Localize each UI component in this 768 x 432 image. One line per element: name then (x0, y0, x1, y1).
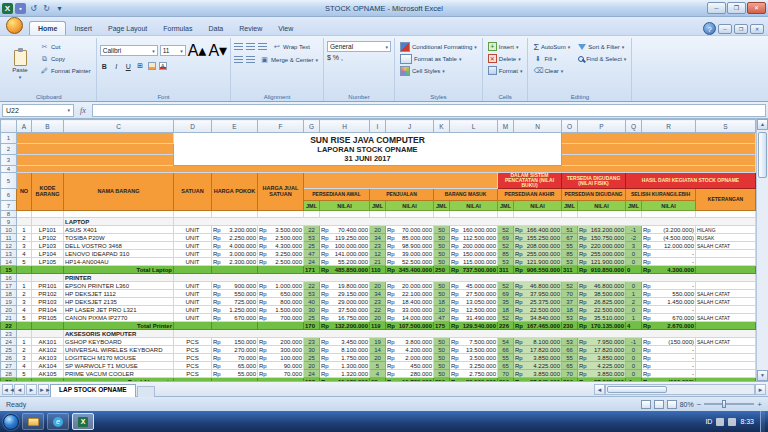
grid-cell[interactable]: 50 (434, 250, 450, 258)
grid-cell[interactable] (32, 330, 64, 338)
grid-cell[interactable] (696, 322, 756, 330)
grid-cell[interactable]: Rp3.000.000 (212, 250, 258, 258)
row-header[interactable]: 3 (1, 155, 17, 166)
grid-cell[interactable]: Rp345.400.000 (386, 266, 434, 274)
grid-cell[interactable]: 1 (626, 290, 642, 298)
grid-cell[interactable] (450, 211, 498, 218)
subheader-nilai[interactable]: NILAI (578, 201, 626, 211)
grid-cell[interactable]: 250 (434, 378, 450, 382)
column-header-D[interactable]: D (174, 120, 212, 133)
grid-cell[interactable]: SALAH CATAT (696, 338, 756, 346)
grid-cell[interactable]: Rp- (642, 362, 696, 370)
grid-cell[interactable]: 19 (370, 338, 386, 346)
header-nama-barang[interactable]: NAMA BARANG (64, 173, 174, 211)
grid-cell[interactable] (578, 211, 626, 218)
grid-cell[interactable]: 2 (17, 234, 32, 242)
grid-cell[interactable]: Rp700.000 (258, 314, 304, 322)
grid-cell[interactable] (212, 378, 258, 382)
grid-cell[interactable]: Rp37.845.000 (514, 378, 562, 382)
taskbar-excel-icon[interactable]: X (72, 413, 94, 430)
cut-button[interactable]: ✂Cut (38, 41, 93, 52)
row-header[interactable]: 7 (1, 201, 17, 211)
row-header[interactable]: 25 (1, 346, 17, 354)
grid-cell[interactable]: Rp22.500.000 (578, 306, 626, 314)
header-group[interactable]: PERSEDIAAN AWAL (304, 189, 370, 201)
grid-cell[interactable]: Rp107.500.000 (386, 322, 434, 330)
workbook-close-button[interactable]: ✕ (750, 24, 764, 34)
grid-cell[interactable]: 66 (498, 346, 514, 354)
grid-cell[interactable]: 66 (562, 346, 578, 354)
grid-cell[interactable]: Total Printer (64, 322, 174, 330)
show-desktop-button[interactable] (760, 411, 765, 432)
row-header[interactable]: 19 (1, 298, 17, 306)
row-header[interactable]: 21 (1, 314, 17, 322)
grid-cell[interactable]: PCS (174, 362, 212, 370)
grid-cell[interactable]: 22 (304, 282, 320, 290)
grid-cell[interactable]: 23 (304, 338, 320, 346)
grid-cell[interactable]: SALAH CATAT (696, 314, 756, 322)
column-header-M[interactable]: M (498, 120, 514, 133)
taskbar-browser-icon[interactable]: e (47, 413, 69, 430)
grid-cell[interactable]: 3 (17, 242, 32, 250)
grid-cell[interactable]: HP DEKSJET 2135 (64, 298, 174, 306)
grid-cell[interactable] (17, 322, 32, 330)
grid-cell[interactable]: 30 (304, 346, 320, 354)
grid-cell[interactable]: 5 (17, 370, 32, 378)
grid-cell[interactable] (17, 218, 32, 226)
grid-cell[interactable]: Rp3.200.000 (212, 226, 258, 234)
grid-cell[interactable]: Rp100.000 (258, 354, 304, 362)
grid-cell[interactable]: 2 (17, 290, 32, 298)
grid-cell[interactable]: PR101 (32, 282, 64, 290)
grid-cell[interactable]: LP103 (32, 242, 64, 250)
grid-cell[interactable]: Rp33.000.000 (386, 306, 434, 314)
grid-cell[interactable]: Rp3.500.000 (450, 354, 498, 362)
row-header[interactable]: 10 (1, 226, 17, 234)
grid-cell[interactable]: 311 (498, 266, 514, 274)
grid-cell[interactable]: Rp35.510.000 (578, 314, 626, 322)
grid-cell[interactable]: 0 (626, 282, 642, 290)
grid-cell[interactable]: PCS (174, 338, 212, 346)
bold-button[interactable]: B (100, 63, 109, 70)
grid-cell[interactable]: 1 (17, 282, 32, 290)
grid-cell[interactable]: 53 (304, 234, 320, 242)
grid-cell[interactable]: UNIT (174, 226, 212, 234)
minimize-button[interactable]: ─ (707, 2, 726, 14)
grid-cell[interactable]: Rp25.375.000 (514, 298, 562, 306)
grid-cell[interactable]: UNIT (174, 306, 212, 314)
grid-cell[interactable] (696, 258, 756, 266)
grid-cell[interactable] (514, 211, 562, 218)
grid-cell[interactable] (258, 211, 304, 218)
grid-cell[interactable]: 35 (498, 298, 514, 306)
subheader-jml[interactable]: JML (498, 201, 514, 211)
grid-cell[interactable]: 65 (562, 362, 578, 370)
grid-cell[interactable]: Rp22.500.000 (514, 306, 562, 314)
grid-cell[interactable]: UNIT (174, 314, 212, 322)
tab-formulas[interactable]: Formulas (155, 22, 200, 35)
grid-cell[interactable]: UNIT (174, 290, 212, 298)
tab-page-layout[interactable]: Page Layout (100, 22, 155, 35)
grid-cell[interactable]: Rp270.000 (212, 346, 258, 354)
grid-cell[interactable]: 23 (370, 298, 386, 306)
grid-cell[interactable]: HP LASER JET PRO L321 (64, 306, 174, 314)
grid-cell[interactable]: Rp30.500.000 (450, 378, 498, 382)
report-title-block[interactable]: SUN RISE JAVA COMPUTERLAPORAN STOCK OPNA… (174, 133, 562, 166)
row-header[interactable]: 4 (1, 166, 17, 173)
grid-cell[interactable]: UNIT (174, 282, 212, 290)
grid-cell[interactable]: 22 (370, 306, 386, 314)
grid-cell[interactable]: 23 (370, 242, 386, 250)
grid-cell[interactable] (696, 282, 756, 290)
name-box[interactable]: U22▾ (2, 104, 74, 117)
grid-cell[interactable]: Rp670.000 (212, 314, 258, 322)
column-header-H[interactable]: H (320, 120, 370, 133)
last-sheet-icon[interactable]: ►► (38, 384, 49, 395)
grid-cell[interactable]: 119 (370, 322, 386, 330)
grid-cell[interactable] (17, 155, 174, 166)
page-layout-view-icon[interactable] (654, 400, 664, 409)
grid-cell[interactable]: 1 (17, 226, 32, 234)
align-left-icon[interactable] (234, 43, 243, 51)
grid-cell[interactable]: Rp170.135.000 (578, 322, 626, 330)
grid-cell[interactable]: Rp280.000 (386, 370, 434, 378)
grid-cell[interactable]: 4 (370, 370, 386, 378)
column-header-O[interactable]: O (562, 120, 578, 133)
row-header[interactable]: 2 (1, 144, 17, 155)
